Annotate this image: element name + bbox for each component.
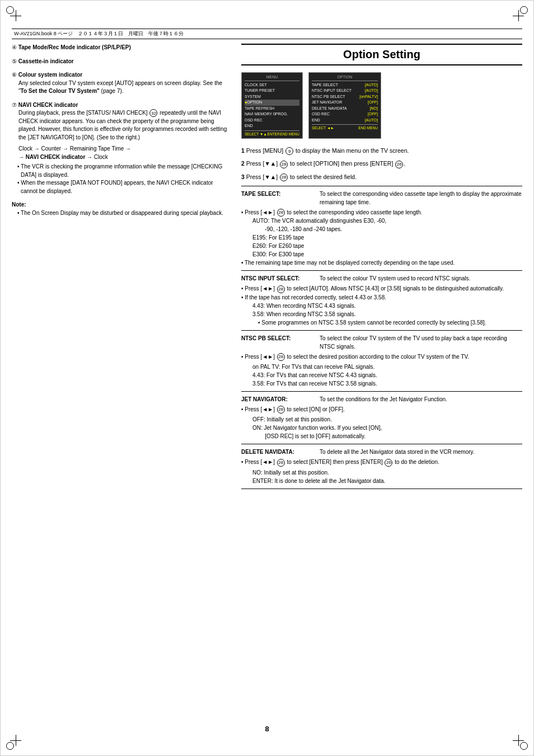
note-label: Note: — [12, 201, 26, 208]
menu2-row4: JET NAVIGATOR[OFF] — [312, 100, 378, 106]
menu2-row7: END[AUTO] — [312, 118, 378, 124]
ntsc-pb-row: NTSC PB SELECT: To select the colour TV … — [241, 334, 522, 351]
step3: 3 Press [▼▲] 28 to select the desired fi… — [241, 173, 522, 181]
menu1-item6: NAVI MEMORY 0PROG. — [245, 111, 299, 118]
menu1-title: MENU — [245, 74, 299, 81]
main-content: ④ Tape Mode/Rec Mode indicator (SP/LP/EP… — [12, 44, 522, 489]
menu1-item3: SYSTEM — [245, 94, 299, 100]
corner-mark-br — [511, 733, 528, 750]
menu2-row2: NTSC INPUT SELECT[AUTO] — [312, 88, 378, 94]
tape-select-desc: To select the corresponding video casset… — [320, 190, 522, 206]
ntsc-pb-desc: To select the colour TV system of the TV… — [320, 334, 522, 351]
tape-select-row: TAPE SELECT: To select the corresponding… — [241, 190, 522, 206]
jet-nav-desc: To set the conditions for the Jet Naviga… — [320, 395, 522, 403]
menu2-row3: NTSC PB SELECT[onPALTV] — [312, 94, 378, 100]
right-column: Option Setting MENU CLOCK SET TUNER PRES… — [241, 44, 522, 489]
note-item1: • The On Screen Display may be disturbed… — [17, 209, 230, 218]
step2: 2 Press [▼▲] 28 to select [OPTION] then … — [241, 159, 522, 168]
item6-heading: Colour system indicator — [18, 72, 82, 78]
delete-navidata-label: DELETE NAVIDATA: — [241, 448, 314, 456]
item6-body: Any selected colour TV system except [AU… — [18, 79, 230, 96]
page-container: W-AV21GN.book 8 ページ ２０１４年３月１日 月曜日 午後７時１６… — [0, 0, 534, 756]
menu-box2: OPTION TAPE SELECT[AUTO] NTSC INPUT SELE… — [308, 72, 381, 139]
item7-section: ⑦ NAVI CHECK indicator During playback, … — [12, 101, 230, 196]
option-setting-title: Option Setting — [241, 44, 522, 65]
item6-section: ⑥ Colour system indicator Any selected c… — [12, 71, 230, 96]
menu-screenshots: MENU CLOCK SET TUNER PRESET SYSTEM ●OPTI… — [241, 72, 522, 139]
page-number: 8 — [265, 725, 269, 733]
ntsc-input-section: NTSC INPUT SELECT: To select the colour … — [241, 270, 522, 330]
menu1-item2: TUNER PRESET — [245, 88, 299, 94]
ntsc-pb-label: NTSC PB SELECT: — [241, 334, 314, 351]
tape-select-label: TAPE SELECT: — [241, 190, 314, 206]
menu-box1: MENU CLOCK SET TUNER PRESET SYSTEM ●OPTI… — [241, 72, 303, 139]
menu1-item8: END — [245, 123, 299, 129]
menu2-nav: SELECT ◄►END MENU — [312, 124, 378, 131]
jet-nav-row: JET NAVIGATOR: To set the conditions for… — [241, 395, 522, 403]
item7-flow: Clock → Counter → Remaining Tape Time → … — [18, 145, 230, 161]
ntsc-input-label: NTSC INPUT SELECT: — [241, 274, 314, 283]
ntsc-input-row: NTSC INPUT SELECT: To select the colour … — [241, 274, 522, 283]
header-text: W-AV21GN.book 8 ページ ２０１４年３月１日 月曜日 午後７時１６… — [14, 31, 184, 36]
jet-nav-label: JET NAVIGATOR: — [241, 395, 314, 403]
tape-select-section: TAPE SELECT: To select the corresponding… — [241, 186, 522, 270]
jet-nav-body: • Press [◄►] 28 to select [ON] or [OFF].… — [241, 405, 522, 440]
delete-navidata-body: • Press [◄►] 28 to select [ENTER] then p… — [241, 458, 522, 485]
item7-body: During playback, press the [STATUS/ NAVI… — [18, 109, 230, 142]
item7-heading: NAVI CHECK indicator — [18, 102, 78, 108]
left-column: ④ Tape Mode/Rec Mode indicator (SP/LP/EP… — [12, 44, 230, 489]
item5-heading: Cassette-in indicator — [18, 58, 74, 64]
ntsc-pb-section: NTSC PB SELECT: To select the colour TV … — [241, 330, 522, 391]
delete-navidata-desc: To delete all the Jet Navigator data sto… — [320, 448, 522, 456]
item4-heading: Tape Mode/Rec Mode indicator (SP/LP/EP) — [18, 44, 131, 50]
delete-navidata-section: DELETE NAVIDATA: To delete all the Jet N… — [241, 444, 522, 489]
corner-mark-tr — [511, 6, 528, 23]
step1: 1 Press [MENU] 9 to display the Main men… — [241, 147, 522, 155]
menu1-item7: OSD REC — [245, 118, 299, 124]
jet-nav-section: JET NAVIGATOR: To set the conditions for… — [241, 391, 522, 444]
delete-navidata-row: DELETE NAVIDATA: To delete all the Jet N… — [241, 448, 522, 456]
header-bar: W-AV21GN.book 8 ページ ２０１４年３月１日 月曜日 午後７時１６… — [12, 29, 522, 39]
menu2-row5: DELETE NAVIDATA[NO] — [312, 106, 378, 112]
corner-mark-tl — [6, 6, 23, 23]
item4-section: ④ Tape Mode/Rec Mode indicator (SP/LP/EP… — [12, 44, 230, 52]
tape-select-body: • Press [◄►] 28 to select the correspond… — [241, 208, 522, 267]
menu1-item4: ●OPTION — [245, 100, 299, 106]
menu1-item5: TAPE REFRESH — [245, 106, 299, 112]
ntsc-input-desc: To select the colour TV system used to r… — [320, 274, 522, 283]
ntsc-input-body: • Press [◄►] 28 to select [AUTO]. Allows… — [241, 284, 522, 326]
menu2-title: OPTION — [312, 74, 378, 81]
item7-bullet1: • The VCR is checking the programme info… — [17, 163, 230, 179]
ntsc-pb-body: • Press [◄►] 28 to select the desired po… — [241, 353, 522, 388]
menu2-row1: TAPE SELECT[AUTO] — [312, 82, 378, 88]
menu2-row6: OSD REC[OFF] — [312, 111, 378, 118]
item5-section: ⑤ Cassette-in indicator — [12, 58, 230, 66]
item7-bullet2: • When the message [DATA NOT FOUND] appe… — [17, 179, 230, 195]
note-section: Note: • The On Screen Display may be dis… — [12, 201, 230, 217]
corner-mark-bl — [6, 733, 23, 750]
item4-number: ④ — [12, 44, 18, 50]
item5-number: ⑤ — [12, 58, 18, 64]
menu1-nav: SELECT ▼▲ENTEREND MENU — [245, 130, 299, 137]
menu1-item1: CLOCK SET — [245, 82, 299, 88]
